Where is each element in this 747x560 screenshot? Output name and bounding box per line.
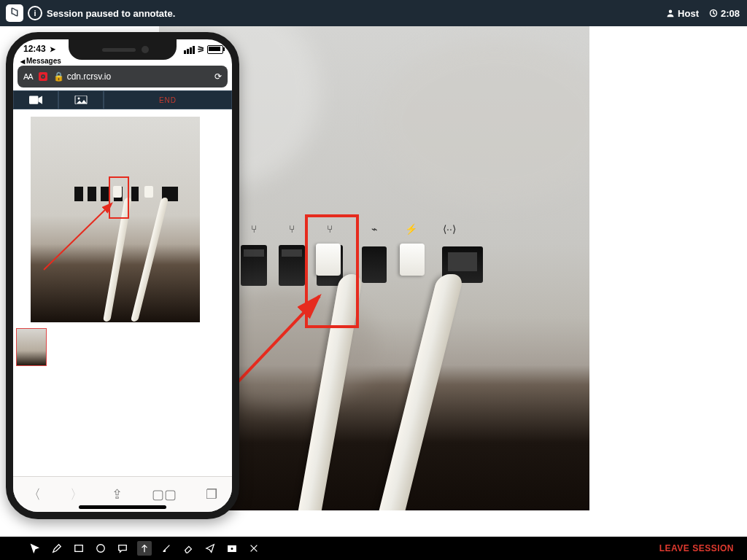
- session-timer: 2:08: [709, 8, 740, 19]
- thunderbolt-plug: [400, 244, 425, 276]
- guest-device-preview: 12:43 ➤ Messages ⚞ AA 🔒 cdn.rcrsv.io ⟳ E…: [6, 32, 239, 519]
- svg-point-7: [97, 545, 105, 553]
- clock-icon: [709, 9, 718, 18]
- session-status: Session paused to annotate.: [47, 8, 175, 19]
- wifi-icon: ⚞: [197, 44, 205, 55]
- phone-shared-photo: [31, 117, 200, 322]
- phone-app-toolbar: END: [13, 90, 232, 109]
- annotation-toolbar: LEAVE SESSION: [0, 537, 747, 560]
- share-icon[interactable]: ⇪: [112, 486, 123, 502]
- timer-value: 2:08: [721, 8, 740, 19]
- app-logo: [6, 4, 23, 22]
- home-indicator: [79, 505, 166, 509]
- text-size-button[interactable]: AA: [23, 72, 33, 81]
- firewire-port: [362, 246, 387, 283]
- phone-annotation-arrow: [38, 197, 118, 277]
- user-icon: [666, 9, 675, 18]
- rect-tool[interactable]: [73, 542, 85, 554]
- lock-icon: 🔒: [53, 71, 64, 82]
- svg-line-5: [44, 204, 111, 270]
- phone-url: cdn.rcrsv.io: [67, 71, 209, 82]
- pointer-tool[interactable]: [29, 542, 41, 554]
- phone-thumbnail[interactable]: [16, 328, 47, 366]
- svg-point-4: [78, 98, 80, 100]
- send-tool[interactable]: [204, 542, 216, 554]
- svg-rect-6: [75, 545, 83, 552]
- recording-icon: [39, 72, 47, 81]
- image-tab[interactable]: [58, 90, 104, 109]
- svg-rect-2: [29, 96, 38, 104]
- role-indicator: Host: [666, 8, 699, 19]
- phone-url-bar[interactable]: AA 🔒 cdn.rcrsv.io ⟳: [18, 66, 228, 88]
- phone-back-link[interactable]: Messages: [20, 57, 61, 65]
- end-button[interactable]: END: [104, 90, 232, 109]
- phone-notch: [69, 39, 177, 60]
- nav-forward-icon: 〉: [70, 486, 83, 503]
- phone-body: [13, 109, 232, 477]
- camera-tool[interactable]: [226, 542, 238, 554]
- circle-tool[interactable]: [95, 542, 107, 554]
- pencil-tool[interactable]: [51, 542, 63, 554]
- top-bar: i Session paused to annotate. Host 2:08: [0, 0, 747, 26]
- nav-back-icon[interactable]: 〈: [28, 486, 41, 503]
- clear-tool[interactable]: [248, 542, 260, 554]
- bookmarks-icon[interactable]: ▢▢: [152, 486, 177, 502]
- phone-time: 12:43: [23, 44, 46, 54]
- video-tab[interactable]: [13, 90, 58, 109]
- thunderbolt-cable: [376, 274, 465, 510]
- role-label: Host: [678, 8, 699, 19]
- location-icon: ➤: [50, 45, 55, 53]
- chat-tool[interactable]: [117, 542, 128, 554]
- eraser-tool[interactable]: [182, 542, 194, 554]
- tabs-icon[interactable]: ❐: [206, 486, 217, 502]
- leave-session-button[interactable]: LEAVE SESSION: [659, 543, 734, 553]
- info-icon[interactable]: i: [28, 6, 42, 20]
- signal-icon: [184, 46, 195, 54]
- arrow-tool[interactable]: [137, 541, 152, 556]
- pen-tool[interactable]: [160, 542, 172, 554]
- battery-icon: [207, 45, 223, 54]
- reload-icon[interactable]: ⟳: [214, 71, 222, 82]
- svg-point-9: [231, 547, 233, 550]
